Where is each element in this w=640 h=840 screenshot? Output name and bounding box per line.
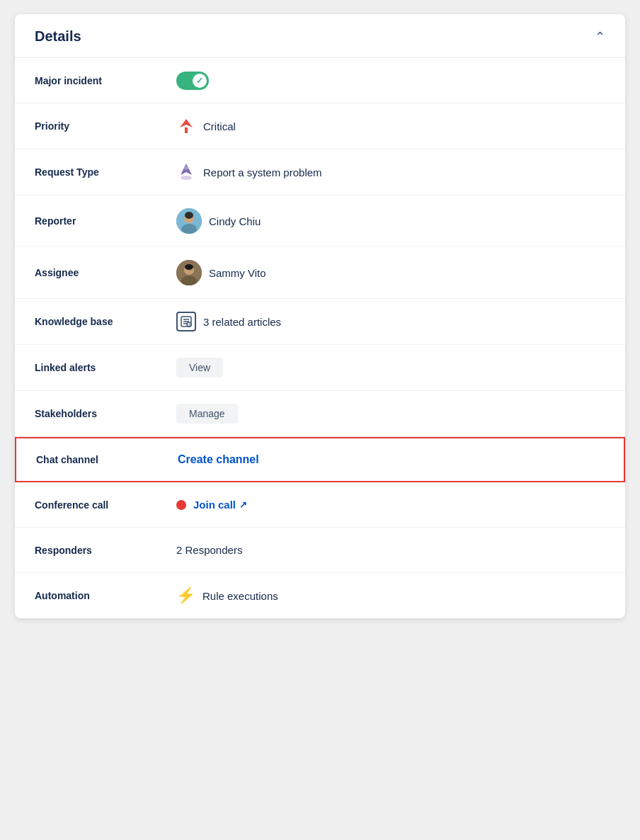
svg-point-9 — [185, 212, 193, 219]
svg-text:?: ? — [188, 323, 190, 327]
label-automation: Automation — [35, 590, 176, 601]
toggle-check-icon: ✓ — [196, 76, 203, 86]
value-major-incident: ✓ — [176, 72, 209, 90]
label-chat-channel: Chat channel — [36, 454, 178, 465]
value-automation: ⚡ Rule executions — [176, 586, 278, 605]
row-request-type: Request Type Report a system problem — [15, 149, 625, 195]
assignee-name: Sammy Vito — [209, 267, 266, 279]
bolt-icon: ⚡ — [176, 586, 195, 605]
row-reporter: Reporter Cindy Chiu — [15, 195, 625, 247]
live-indicator — [176, 500, 186, 510]
join-call-link[interactable]: Join call ↗︎ — [193, 499, 247, 511]
knowledge-base-value: 3 related articles — [203, 316, 281, 328]
value-stakeholders: Manage — [176, 404, 238, 424]
value-conference-call: Join call ↗︎ — [176, 499, 247, 511]
label-reporter: Reporter — [35, 215, 176, 227]
value-priority: Critical — [176, 116, 236, 136]
row-major-incident: Major incident ✓ — [15, 58, 625, 103]
join-call-text: Join call — [193, 499, 236, 511]
row-linked-alerts: Linked alerts View — [15, 345, 625, 391]
priority-value: Critical — [203, 120, 236, 132]
svg-rect-1 — [185, 127, 188, 133]
label-major-incident: Major incident — [35, 75, 176, 86]
avatar-assignee — [176, 260, 202, 285]
value-responders: 2 Responders — [176, 544, 242, 556]
collapse-icon[interactable]: ⌃ — [595, 29, 605, 45]
value-request-type: Report a system problem — [176, 162, 322, 182]
label-linked-alerts: Linked alerts — [35, 362, 176, 373]
svg-point-2 — [181, 176, 192, 180]
svg-point-4 — [184, 166, 188, 170]
row-priority: Priority Critical — [15, 103, 625, 149]
row-responders: Responders 2 Responders — [15, 528, 625, 573]
row-chat-channel: Chat channel Create channel — [15, 437, 625, 482]
toggle-knob: ✓ — [193, 74, 207, 88]
avatar-reporter — [176, 208, 202, 234]
label-stakeholders: Stakeholders — [35, 408, 176, 419]
svg-point-14 — [185, 264, 193, 270]
row-knowledge-base: Knowledge base ? 3 related articles — [15, 299, 625, 345]
label-conference-call: Conference call — [35, 499, 176, 511]
knowledge-base-icon: ? — [176, 312, 196, 331]
view-button[interactable]: View — [176, 358, 223, 378]
row-automation: Automation ⚡ Rule executions — [15, 573, 625, 618]
panel-header: Details ⌃ — [15, 14, 625, 58]
reporter-name: Cindy Chiu — [209, 215, 261, 227]
label-assignee: Assignee — [35, 267, 176, 278]
manage-button[interactable]: Manage — [176, 404, 238, 424]
label-request-type: Request Type — [35, 166, 176, 178]
row-conference-call: Conference call Join call ↗︎ — [15, 482, 625, 528]
details-panel: Details ⌃ Major incident ✓ Priority Crit… — [15, 14, 625, 618]
value-reporter: Cindy Chiu — [176, 208, 261, 234]
svg-marker-0 — [180, 119, 193, 127]
external-link-icon: ↗︎ — [239, 499, 247, 510]
panel-title: Details — [35, 28, 81, 45]
label-responders: Responders — [35, 545, 176, 556]
create-channel-link[interactable]: Create channel — [178, 453, 259, 466]
label-priority: Priority — [35, 120, 176, 132]
value-assignee: Sammy Vito — [176, 260, 266, 285]
row-stakeholders: Stakeholders Manage — [15, 391, 625, 437]
value-chat-channel: Create channel — [178, 453, 259, 466]
value-linked-alerts: View — [176, 358, 223, 378]
priority-icon — [176, 116, 196, 136]
row-assignee: Assignee Sammy Vito — [15, 247, 625, 299]
responders-value: 2 Responders — [176, 544, 242, 556]
automation-value: Rule executions — [202, 590, 278, 602]
value-knowledge-base: ? 3 related articles — [176, 312, 281, 331]
label-knowledge-base: Knowledge base — [35, 316, 176, 327]
request-type-value: Report a system problem — [203, 166, 322, 178]
major-incident-toggle[interactable]: ✓ — [176, 72, 209, 90]
request-type-icon — [176, 162, 196, 182]
